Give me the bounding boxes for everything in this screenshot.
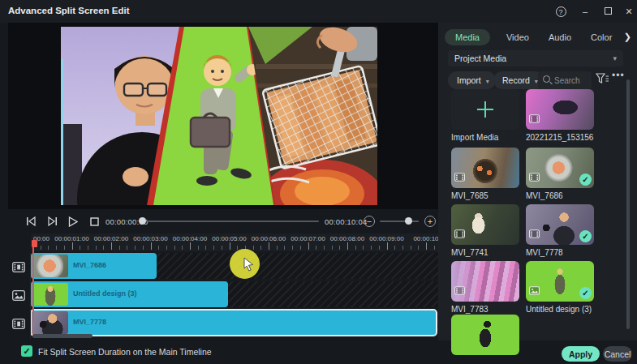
image-badge-icon (529, 284, 540, 298)
timeline-clip[interactable]: MVI_7778 (31, 310, 437, 336)
ruler-tick (269, 242, 269, 250)
tab-video[interactable]: Video (503, 29, 532, 45)
close-icon[interactable]: ✕ (622, 5, 636, 18)
image-track-icon (12, 289, 25, 304)
tabs-overflow-chevron-icon[interactable]: ❯ (622, 32, 634, 42)
timeline-zoom-knob[interactable] (405, 217, 412, 225)
media-item-partial[interactable] (451, 315, 519, 355)
media-item-mvi-7686[interactable]: ✓ (526, 148, 594, 188)
help-icon[interactable]: ? (553, 5, 568, 18)
ruler-tick (426, 242, 427, 250)
panel-scrollbar[interactable] (626, 79, 630, 329)
advanced-split-screen-dialog: Advanced Split Screen Edit ? – ✕ (0, 0, 637, 364)
media-item-mvi-7783[interactable] (451, 261, 519, 302)
selected-check-icon: ✓ (579, 287, 592, 299)
film-badge-icon (529, 170, 540, 185)
mouse-cursor-icon (243, 257, 256, 275)
seek-slider[interactable] (140, 221, 319, 222)
media-item-label: Untitled design (3) (526, 305, 615, 314)
media-grid: Import Media20221215_153156MVI_7685✓MVI_… (438, 89, 626, 332)
video-track-icon (12, 261, 25, 276)
timeline-horizontal-scrollbar[interactable] (32, 334, 93, 338)
film-badge-icon (529, 227, 540, 242)
fit-duration-label: Fit Split Screen Duration on the Main Ti… (38, 347, 212, 357)
next-frame-button[interactable] (44, 213, 60, 229)
tab-media[interactable]: Media (445, 29, 490, 45)
cancel-button[interactable]: Cancel (603, 346, 632, 362)
media-item-mvi-7685[interactable] (451, 148, 519, 188)
ruler-minor-ticks (32, 246, 438, 250)
seek-knob[interactable] (139, 217, 146, 225)
play-button[interactable] (65, 213, 81, 229)
ruler-tick (387, 242, 388, 250)
media-item-label: MVI_7686 (526, 191, 615, 200)
preview-composite (61, 27, 377, 205)
timeline-ruler[interactable]: 00:0000:00:01:0000:00:02:0000:00:03:0000… (31, 233, 438, 251)
ruler-tick (190, 242, 191, 250)
previous-frame-button[interactable] (23, 213, 39, 229)
track-row-3[interactable]: MVI_7778 (31, 310, 438, 336)
film-badge-icon (529, 112, 540, 126)
media-panel: MediaVideoAudioColorAnimation ❯ Project … (438, 23, 637, 340)
tab-color[interactable]: Color (588, 29, 615, 45)
media-item-label: 20221215_153156 (526, 133, 615, 142)
ruler-tick (151, 242, 152, 250)
media-item-mvi-7778[interactable]: ✓ (526, 204, 594, 245)
preview-stage (8, 23, 438, 209)
clip-thumbnail (32, 311, 68, 334)
clip-label: MVI_7686 (73, 261, 106, 269)
import-button[interactable]: Import▾ (448, 71, 496, 89)
tab-audio[interactable]: Audio (545, 29, 575, 45)
timeline: 00:0000:00:01:0000:00:02:0000:00:03:0000… (8, 233, 438, 339)
ruler-tick (308, 242, 309, 250)
split-screen-preview[interactable] (61, 27, 377, 205)
ruler-label: 00:00:10 (402, 235, 438, 242)
timeline-zoom-slider[interactable] (380, 221, 419, 222)
media-item-20221215-153156[interactable] (526, 89, 594, 130)
ruler-tick (111, 242, 112, 250)
film-badge-icon (454, 170, 465, 185)
filter-icon[interactable] (596, 73, 609, 88)
footer-bar: ✓ Fit Split Screen Duration on the Main … (0, 340, 637, 364)
library-select[interactable]: Project Media ▾ (448, 50, 623, 66)
track-row-2[interactable]: Untitled design (3) (31, 281, 438, 307)
media-item-untitled-design-3-[interactable]: ✓ (526, 261, 594, 302)
media-item-import-media[interactable] (451, 89, 519, 130)
zoom-in-icon[interactable]: + (424, 215, 437, 228)
clip-thumbnail (32, 283, 68, 306)
fit-duration-checkbox[interactable]: ✓ (21, 345, 32, 357)
playhead-flag[interactable] (32, 240, 37, 247)
dialog-title: Advanced Split Screen Edit (8, 6, 130, 15)
media-item-mvi-7741[interactable] (451, 204, 519, 245)
duration-time: 00:00:10:04 (325, 217, 367, 226)
transport-bar: 00:00:00:00 00:00:10:04 − + (8, 209, 438, 233)
ruler-tick (230, 242, 230, 250)
panel-tabs: MediaVideoAudioColorAnimation (445, 28, 625, 46)
timeline-clip[interactable]: MVI_7686 (31, 253, 157, 279)
more-options-icon[interactable]: ••• (612, 70, 625, 81)
titlebar: Advanced Split Screen Edit ? – ✕ (0, 0, 637, 23)
record-button[interactable]: Record▾ (493, 71, 544, 89)
ruler-tick (72, 242, 73, 250)
playhead[interactable] (32, 240, 34, 336)
timeline-lanes: 00:0000:00:01:0000:00:02:0000:00:03:0000… (31, 233, 438, 339)
selected-check-icon: ✓ (579, 173, 592, 186)
video-track-icon (12, 318, 25, 332)
zoom-out-icon[interactable]: − (363, 215, 376, 228)
clip-label: Untitled design (3) (73, 289, 137, 298)
minimize-icon[interactable]: – (578, 5, 592, 18)
search-box[interactable] (538, 71, 592, 89)
maximize-icon[interactable] (600, 5, 615, 18)
track-heads (8, 253, 31, 339)
stop-button[interactable] (86, 213, 102, 229)
chevron-down-icon: ▾ (613, 50, 617, 66)
clip-thumbnail (32, 255, 68, 277)
apply-button[interactable]: Apply (562, 346, 600, 362)
timeline-clip[interactable]: Untitled design (3) (31, 281, 228, 307)
film-badge-icon (454, 227, 465, 242)
selected-check-icon: ✓ (579, 230, 592, 242)
search-input[interactable] (554, 71, 590, 89)
library-select-value: Project Media (454, 54, 506, 63)
search-icon (543, 75, 550, 83)
chevron-down-icon: ▾ (486, 78, 489, 85)
